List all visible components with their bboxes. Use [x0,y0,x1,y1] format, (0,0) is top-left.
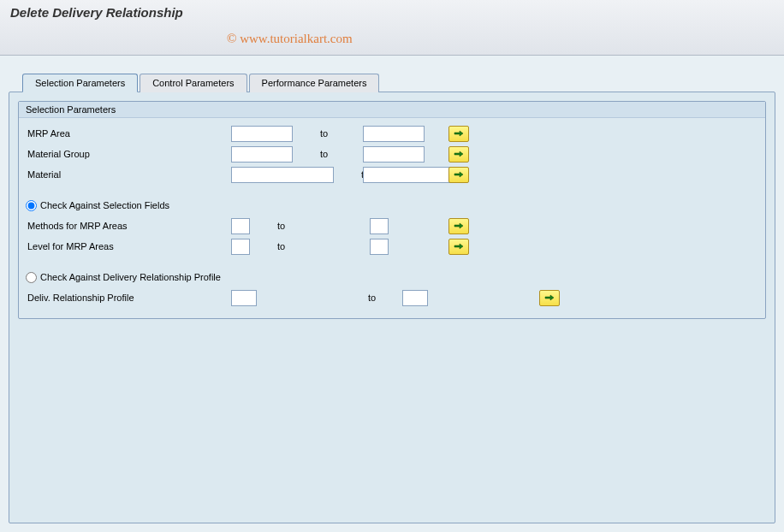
label-methods-mrp: Methods for MRP Areas [26,221,231,231]
tab-control-parameters[interactable]: Control Parameters [140,74,246,92]
row-material-group: Material Group to [26,144,758,164]
groupbox-selection-parameters: Selection Parameters MRP Area to [18,101,766,319]
multi-select-button[interactable] [448,146,469,163]
radio-check-delivery-profile[interactable]: Check Against Delivery Relationship Prof… [26,267,758,287]
label-to: to [334,169,363,180]
input-profile-from[interactable] [231,290,257,306]
tab-row: Selection Parameters Control Parameters … [22,73,775,92]
page-title: Delete Delivery Relationship [10,5,774,20]
label-to: to [250,221,370,231]
arrow-right-icon [454,242,464,251]
multi-select-button[interactable] [539,290,560,306]
row-mrp-area: MRP Area to [26,123,758,144]
input-material-group-to[interactable] [363,146,425,163]
arrow-right-icon [544,293,555,302]
arrow-right-icon [454,129,464,138]
label-material: Material [26,169,231,180]
radio-delivery-profile-input[interactable] [26,272,37,283]
groupbox-title: Selection Parameters [19,102,765,118]
label-to: to [293,128,363,139]
tab-label: Selection Parameters [35,78,125,88]
tab-label: Control Parameters [152,78,234,88]
label-level-mrp: Level for MRP Areas [26,241,231,251]
radio-label: Check Against Selection Fields [40,200,169,210]
page-header: Delete Delivery Relationship © www.tutor… [0,0,784,56]
radio-label: Check Against Delivery Relationship Prof… [40,272,221,282]
input-material-group-from[interactable] [231,146,293,163]
input-methods-to[interactable] [370,218,389,234]
watermark-text: © www.tutorialkart.com [227,32,353,46]
radio-check-selection-fields[interactable]: Check Against Selection Fields [26,195,758,216]
tab-page-selection: Selection Parameters MRP Area to [9,92,775,523]
input-methods-from[interactable] [231,218,250,234]
label-deliv-profile: Deliv. Relationship Profile [26,293,231,303]
arrow-right-icon [454,222,464,230]
tabstrip: Selection Parameters Control Parameters … [9,73,775,523]
input-level-from[interactable] [231,239,250,255]
multi-select-button[interactable] [448,218,469,234]
multi-select-button[interactable] [448,126,469,142]
tab-selection-parameters[interactable]: Selection Parameters [22,74,138,92]
groupbox-body: MRP Area to Material Group to [19,118,765,318]
input-level-to[interactable] [370,239,389,255]
input-material-from[interactable] [231,167,334,183]
input-mrp-area-from[interactable] [231,126,293,142]
content-area: Selection Parameters Control Parameters … [0,56,784,532]
multi-select-button[interactable] [448,239,469,255]
label-mrp-area: MRP Area [26,128,231,139]
label-material-group: Material Group [26,149,231,159]
row-methods-mrp: Methods for MRP Areas to [26,216,758,236]
input-profile-to[interactable] [402,290,428,306]
label-to: to [293,149,363,159]
radio-selection-fields-input[interactable] [26,200,37,211]
arrow-right-icon [454,150,464,158]
label-to: to [257,293,402,303]
input-mrp-area-to[interactable] [363,126,425,142]
tab-label: Performance Parameters [262,78,367,88]
row-deliv-profile: Deliv. Relationship Profile to [26,287,758,308]
label-to: to [250,241,370,251]
tab-performance-parameters[interactable]: Performance Parameters [249,74,380,92]
multi-select-button[interactable] [448,167,469,183]
row-material: Material to [26,164,758,185]
arrow-right-icon [454,170,464,179]
row-level-mrp: Level for MRP Areas to [26,236,758,257]
